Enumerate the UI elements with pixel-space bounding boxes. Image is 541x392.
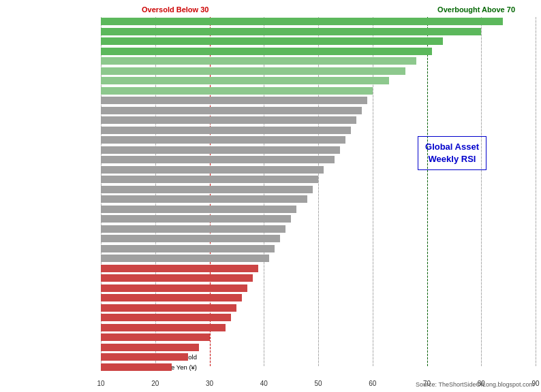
bar-wrapper	[101, 86, 536, 96]
source-text: Source: TheShortSideOfLong.blogspot.com	[416, 381, 534, 388]
bar-fill	[101, 344, 199, 351]
bar-wrapper	[101, 274, 536, 283]
bar-fill	[101, 37, 443, 45]
bar-fill	[101, 28, 481, 35]
bar-fill	[101, 265, 258, 272]
bar-wrapper	[101, 293, 536, 303]
bar-wrapper	[101, 363, 536, 372]
bar-wrapper	[101, 214, 536, 224]
bar-row: Australian Dollar ($)	[101, 106, 536, 116]
bar-row: Russian TSI	[101, 304, 536, 313]
bar-fill	[101, 255, 269, 262]
bar-row: CME Wheat	[101, 274, 536, 283]
bar-row: Brent Crude Oil	[101, 313, 536, 323]
bar-fill	[101, 77, 389, 84]
bar-row: WTI Crude Oil	[101, 195, 536, 204]
x-tick: 20	[151, 380, 159, 387]
legend-box: Global AssetWeekly RSI	[418, 136, 486, 170]
bar-row: Commodity Index (CCI)	[101, 284, 536, 293]
bar-wrapper	[101, 264, 536, 274]
x-tick: 50	[314, 380, 322, 387]
x-tick: 10	[97, 380, 104, 387]
bar-wrapper	[101, 284, 536, 293]
bar-row: Dollar Index ($)	[101, 96, 536, 105]
bar-fill	[101, 353, 188, 361]
bar-row: British Pound (£)	[101, 244, 536, 254]
bar-wrapper	[101, 76, 536, 86]
chart-container: Oversold Below 30 Overbought Above 70 Ja…	[0, 0, 541, 392]
bar-wrapper	[101, 56, 536, 66]
bar-fill	[101, 284, 247, 292]
chart-area: Japanese Nikkei 225American S&P 500Natur…	[101, 17, 536, 366]
bar-wrapper	[101, 106, 536, 116]
bar-row: Comex Gold	[101, 353, 536, 362]
bar-wrapper	[101, 205, 536, 214]
legend-title: Global AssetWeekly RSI	[425, 141, 479, 165]
bar-fill	[101, 186, 313, 193]
bar-row: Italian FTSE MIB	[101, 185, 536, 195]
bar-fill	[101, 67, 405, 75]
bar-row: Comex Silver	[101, 343, 536, 353]
bar-wrapper	[101, 67, 536, 76]
bar-fill	[101, 215, 291, 223]
bar-row: American S&P 500	[101, 27, 536, 37]
bar-fill	[101, 48, 432, 55]
bar-fill	[101, 363, 172, 371]
bar-fill	[101, 176, 318, 183]
oversold-label: Oversold Below 30	[142, 5, 208, 14]
x-tick: 30	[206, 380, 213, 387]
bar-row: German DAX 30	[101, 126, 536, 135]
bar-wrapper	[101, 175, 536, 184]
bar-wrapper	[101, 126, 536, 135]
bar-fill	[101, 333, 210, 341]
bar-fill	[101, 166, 324, 174]
bar-row: Canadian Dollar ($)	[101, 205, 536, 214]
bar-fill	[101, 97, 367, 104]
bar-wrapper	[101, 353, 536, 362]
bar-fill	[101, 107, 362, 114]
bar-wrapper	[101, 116, 536, 125]
bar-row: ICE Sugar	[101, 234, 536, 244]
bar-wrapper	[101, 254, 536, 263]
bar-fill	[101, 87, 373, 95]
bar-fill	[101, 116, 356, 124]
bar-fill	[101, 324, 226, 331]
bar-wrapper	[101, 234, 536, 244]
bar-fill	[101, 274, 253, 282]
bar-row: British FTSE 100	[101, 86, 536, 96]
bar-row: Japanese Nikkei 225	[101, 17, 536, 27]
bar-row: CME Corn	[101, 254, 536, 263]
bar-row: American Nasdaq	[101, 47, 536, 56]
bar-fill	[101, 127, 351, 134]
bar-row: Brazilian Bovespa	[101, 293, 536, 303]
bar-wrapper	[101, 343, 536, 353]
bar-fill	[101, 146, 340, 154]
bar-row: Turkish ISE 100	[101, 76, 536, 86]
bar-fill	[101, 245, 275, 252]
bar-fill	[101, 18, 503, 25]
bar-fill	[101, 304, 236, 312]
bar-wrapper	[101, 313, 536, 323]
bar-fill	[101, 206, 296, 213]
bar-row: Korean Kospi	[101, 214, 536, 224]
bar-row: India BSE 30	[101, 264, 536, 274]
grid-line	[536, 17, 536, 366]
overbought-label: Overbought Above 70	[437, 5, 515, 14]
bar-wrapper	[101, 195, 536, 204]
bar-row: ICE Coffee	[101, 323, 536, 333]
bar-row: Comex Copper	[101, 333, 536, 342]
bar-fill	[101, 225, 285, 233]
bar-fill	[101, 156, 335, 163]
bar-row: Singapore STI	[101, 56, 536, 66]
bar-wrapper	[101, 304, 536, 313]
bar-wrapper	[101, 96, 536, 105]
bar-row: Japanese Yen (¥)	[101, 363, 536, 372]
bar-wrapper	[101, 27, 536, 37]
bar-wrapper	[101, 47, 536, 56]
x-tick: 60	[369, 380, 376, 387]
bar-wrapper	[101, 185, 536, 195]
bar-row: Chinese Shanghai	[101, 225, 536, 234]
bar-row: Natural Gas	[101, 37, 536, 46]
bar-fill	[101, 294, 242, 301]
bar-wrapper	[101, 225, 536, 234]
